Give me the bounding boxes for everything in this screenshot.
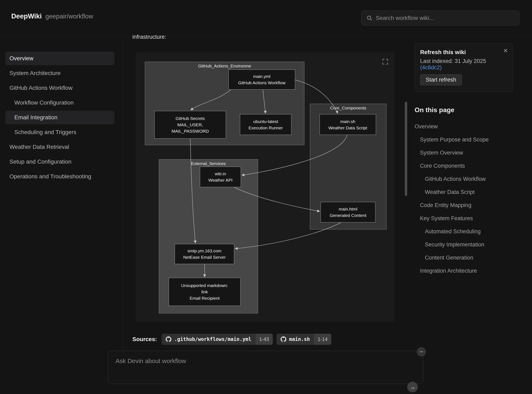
github-icon: [281, 336, 286, 342]
diagram-node-main-html: main.htmlGenerated Content: [321, 202, 375, 223]
diagram-node-main-sh: main.shWeather Data Script: [319, 114, 376, 135]
header: DeepWiki geepair/workflow: [0, 0, 532, 36]
ask-devin-box[interactable]: [108, 351, 423, 384]
toc-item-core-components[interactable]: Core Components: [415, 159, 521, 172]
on-this-page: On this page Overview System Purpose and…: [415, 106, 521, 277]
toc-item-key-system-features[interactable]: Key System Features: [415, 212, 521, 225]
toc-title: On this page: [415, 106, 521, 114]
diagram-node-github-secrets: GitHub SecretsMAIL_USER,MAIL_PASSWORD: [154, 111, 226, 139]
diagram-node-runner: ubuntu-latestExecution Runner: [240, 114, 292, 135]
edge-mainyml-runner: [263, 90, 265, 113]
sources-label: Sources:: [132, 336, 157, 342]
minimize-button[interactable]: −: [417, 347, 426, 356]
diagram-panel: GitHub_Actions_Environme Core_Components…: [136, 52, 395, 322]
send-button[interactable]: →: [407, 382, 418, 392]
toc-item-automated-scheduling[interactable]: Automated Scheduling: [415, 225, 521, 238]
sidebar-item-weather-data-retrieval[interactable]: Weather Data Retrieval: [5, 140, 114, 154]
sidebar-item-operations-and-troubleshooting[interactable]: Operations and Troubleshooting: [5, 170, 114, 183]
source-line-range: 1-43: [255, 334, 273, 345]
search-input[interactable]: [376, 15, 514, 21]
toc-item-code-entity-mapping[interactable]: Code Entity Mapping: [415, 199, 521, 212]
ask-devin-input[interactable]: [108, 351, 423, 384]
sidebar-item-system-architecture[interactable]: System Architecture: [5, 66, 114, 80]
close-icon[interactable]: ✕: [503, 47, 508, 54]
diagram-node-email-recipient: Unsupported markdown:linkEmail Recipient: [169, 278, 240, 306]
source-file-path: main.sh: [289, 336, 310, 342]
edge-mainsh-wttr: [242, 135, 347, 175]
toc-item-system-purpose-and-scope[interactable]: System Purpose and Scope: [415, 133, 521, 146]
send-arrow-icon: →: [410, 384, 416, 390]
commit-link[interactable]: (4c6dc2): [420, 64, 507, 71]
sidebar-nav: Overview System Architecture GitHub Acti…: [5, 52, 114, 185]
toc-item-integration-architecture[interactable]: Integration Architecture: [415, 264, 521, 277]
diagram-node-main-yml: main.ymlGitHub Actions Workflow: [229, 69, 295, 90]
brand-row: DeepWiki geepair/workflow: [11, 12, 93, 20]
content-scrollbar-thumb[interactable]: [405, 102, 407, 196]
sidebar-item-workflow-configuration[interactable]: Workflow Configuration: [5, 96, 114, 109]
brand-logo[interactable]: DeepWiki: [11, 12, 42, 20]
sidebar-item-scheduling-and-triggers[interactable]: Scheduling and Triggers: [5, 125, 114, 139]
edge-mainhtml-smtp: [235, 223, 341, 249]
diagram-node-smtp: smtp.ym.163.comNetEase Email Server: [175, 244, 234, 264]
toc-item-system-overview[interactable]: System Overview: [415, 146, 521, 159]
diagram-node-wttr: wttr.inWeather API: [200, 167, 241, 187]
sidebar-divider: [123, 36, 123, 351]
refresh-card-title: Refresh this wiki: [420, 49, 507, 56]
refresh-wiki-card: ✕ Refresh this wiki Last indexed: 31 Jul…: [415, 43, 513, 92]
toc-item-overview[interactable]: Overview: [415, 120, 521, 133]
sidebar-item-github-actions-workflow[interactable]: GitHub Actions Workflow: [5, 81, 114, 95]
start-refresh-button[interactable]: Start refresh: [420, 74, 462, 85]
toc-item-github-actions-workflow[interactable]: GitHub Actions Workflow: [415, 172, 521, 186]
github-icon: [166, 336, 171, 342]
minimize-icon: −: [420, 348, 423, 355]
edge-mainyml-secrets: [191, 90, 231, 110]
sidebar-item-setup-and-configuration[interactable]: Setup and Configuration: [5, 155, 114, 169]
intro-text: infrastructure:: [132, 34, 166, 40]
edge-secrets-smtp: [190, 139, 195, 243]
deepwiki-page: DeepWiki geepair/workflow Overview Syste…: [0, 0, 532, 394]
last-indexed-text: Last indexed: 31 July 2025: [420, 58, 507, 64]
source-chip-main-yml[interactable]: .github/workflows/main.yml 1-43: [161, 334, 273, 345]
source-file-path: .github/workflows/main.yml: [174, 336, 251, 342]
toc-item-security-implementation[interactable]: Security Implementation: [415, 238, 521, 251]
sidebar-item-email-integration[interactable]: Email Integration: [5, 111, 114, 124]
sidebar-item-overview[interactable]: Overview: [5, 52, 114, 65]
edge-wttr-mainhtml: [234, 187, 320, 211]
search-box[interactable]: [361, 10, 520, 26]
source-line-range: 1-14: [314, 334, 331, 345]
source-chip-main-sh[interactable]: main.sh 1-14: [277, 334, 331, 345]
sources-row: Sources: .github/workflows/main.yml 1-43…: [132, 334, 331, 345]
search-icon: [366, 15, 372, 21]
toc-item-weather-data-script[interactable]: Weather Data Script: [415, 186, 521, 199]
toc-item-content-generation[interactable]: Content Generation: [415, 251, 521, 264]
repo-name: geepair/workflow: [45, 13, 93, 20]
edge-mainyml-mainsh: [295, 80, 338, 113]
